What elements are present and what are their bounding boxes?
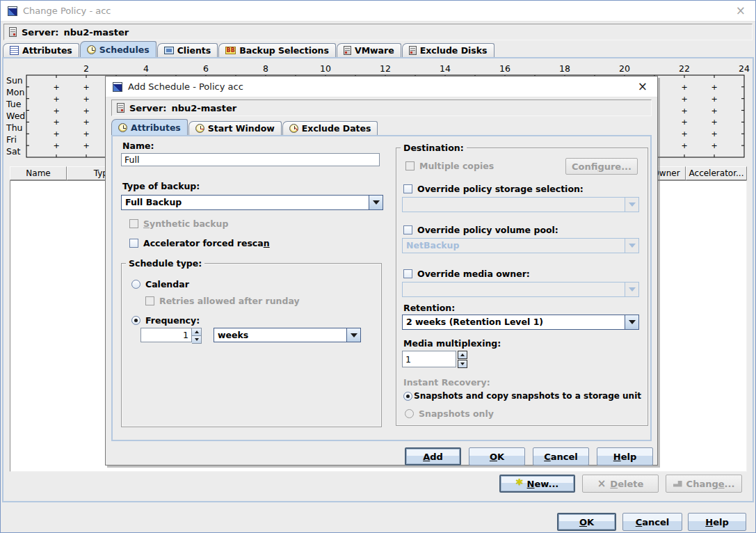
name-input[interactable]	[121, 153, 380, 166]
svg-text:Mon: Mon	[6, 87, 24, 97]
ok-button[interactable]: OK	[557, 513, 616, 531]
change-policy-window: Change Policy - acc × Server: nbu2-maste…	[0, 0, 756, 533]
change-button[interactable]: Change...	[666, 475, 742, 493]
media-multiplexing-spinner[interactable]	[402, 351, 467, 367]
delete-button[interactable]: × Delete	[582, 475, 659, 493]
checkbox-icon	[129, 219, 138, 228]
destination-group: Destination: Multiple copies Configure..…	[396, 148, 648, 426]
svg-text:12: 12	[380, 63, 391, 74]
checkbox-icon	[145, 296, 154, 305]
dialog-ok-button[interactable]: OK	[469, 447, 525, 466]
add-button[interactable]: Add	[405, 447, 461, 466]
override-storage-checkbox[interactable]: Override policy storage selection:	[403, 184, 584, 194]
media-multiplexing-label: Media multiplexing:	[403, 338, 501, 349]
accelerator-forced-rescan-checkbox[interactable]: Accelerator forced rescan	[129, 238, 270, 248]
dialog-titlebar[interactable]: Add Schedule - Policy acc ×	[106, 77, 657, 97]
svg-text:+: +	[711, 106, 717, 116]
svg-text:+: +	[53, 83, 59, 92]
svg-text:+: +	[711, 95, 717, 104]
media-multiplexing-input[interactable]	[402, 351, 456, 367]
cancel-button[interactable]: Cancel	[622, 513, 682, 531]
combo-arrow-icon[interactable]	[346, 328, 360, 342]
checkbox-icon	[403, 269, 412, 278]
help-button[interactable]: Help	[688, 513, 746, 531]
new-star-icon: *	[516, 480, 523, 487]
dialog-tab-start-window[interactable]: Start Window	[188, 121, 282, 135]
dialog-tab-attributes[interactable]: Attributes	[111, 119, 188, 135]
calendar-radio[interactable]: Calendar	[131, 279, 189, 289]
checkbox-icon	[403, 225, 412, 234]
retries-after-runday-checkbox[interactable]: Retries allowed after runday	[145, 296, 300, 306]
spinner-down-icon[interactable]	[192, 336, 202, 344]
retention-label: Retention:	[403, 303, 455, 313]
frequency-value-input[interactable]	[140, 328, 192, 342]
override-volume-pool-checkbox[interactable]: Override policy volume pool:	[403, 225, 558, 235]
dialog-server-icon	[117, 103, 124, 113]
svg-text:Sun: Sun	[6, 75, 23, 86]
window-titlebar[interactable]: Change Policy - acc ×	[1, 1, 755, 22]
checkbox-icon	[403, 184, 412, 193]
column-header-accelerator[interactable]: Accelerator...	[686, 166, 747, 180]
svg-text:+: +	[83, 95, 89, 104]
radio-icon	[131, 316, 140, 325]
configure-button[interactable]: Configure...	[565, 158, 638, 175]
tab-clients[interactable]: Clients	[157, 43, 218, 57]
svg-text:+: +	[53, 95, 59, 104]
close-icon[interactable]: ×	[733, 5, 748, 17]
window-title: Change Policy - acc	[23, 6, 111, 16]
frequency-radio[interactable]: Frequency:	[131, 315, 200, 326]
svg-text:+: +	[711, 118, 717, 127]
dialog-exclude-dates-tab-icon	[289, 124, 298, 133]
multiple-copies-checkbox[interactable]: Multiple copies	[405, 161, 494, 171]
dialog-help-button[interactable]: Help	[597, 447, 653, 466]
schedule-type-title: Schedule type:	[126, 258, 204, 269]
vmware-tab-icon	[344, 46, 351, 55]
exclude-disks-tab-icon	[409, 46, 417, 55]
spinner-down-icon[interactable]	[458, 360, 467, 368]
retention-combo[interactable]: 2 weeks (Retention Level 1)	[402, 315, 639, 330]
svg-text:+: +	[711, 129, 717, 138]
new-button[interactable]: * New...	[499, 475, 575, 493]
tab-exclude-disks[interactable]: Exclude Disks	[402, 43, 494, 57]
tab-vmware[interactable]: VMware	[337, 43, 401, 57]
snapshots-only-radio[interactable]: Snapshots only	[405, 408, 494, 419]
tab-attributes[interactable]: Attributes	[3, 43, 79, 57]
override-media-owner-checkbox[interactable]: Override media owner:	[403, 269, 530, 279]
radio-icon	[131, 280, 140, 289]
svg-text:+: +	[711, 83, 717, 92]
tab-backup-selections[interactable]: BB Backup Selections	[218, 43, 336, 57]
column-header-name[interactable]: Name	[10, 166, 67, 180]
dialog-app-icon	[113, 82, 122, 92]
type-of-backup-label: Type of backup:	[122, 181, 200, 191]
change-stamp-icon	[673, 481, 682, 487]
dialog-close-icon[interactable]: ×	[635, 81, 650, 93]
combo-arrow-icon	[625, 198, 638, 212]
override-storage-combo[interactable]	[402, 197, 639, 212]
radio-icon	[403, 392, 412, 401]
svg-text:+: +	[681, 106, 687, 116]
tab-schedules[interactable]: Schedules	[80, 41, 156, 57]
type-of-backup-combo[interactable]: Full Backup	[121, 195, 383, 210]
snapshots-and-copy-radio[interactable]: Snapshots and copy snapshots to a storag…	[403, 391, 641, 401]
synthetic-backup-checkbox[interactable]: Synthetic backup	[129, 218, 228, 229]
combo-arrow-icon[interactable]	[369, 196, 383, 209]
dialog-tab-exclude-dates[interactable]: Exclude Dates	[282, 121, 378, 135]
override-media-owner-combo[interactable]	[402, 282, 639, 297]
svg-text:+: +	[681, 83, 687, 92]
schedules-tab-icon	[87, 45, 96, 54]
frequency-unit-combo[interactable]: weeks	[214, 328, 361, 342]
svg-text:8: 8	[263, 63, 268, 74]
spinner-up-icon[interactable]	[192, 328, 202, 336]
server-icon	[9, 27, 17, 37]
instant-recovery-label: Instant Recovery:	[403, 377, 490, 388]
schedule-type-group: Schedule type: Calendar Retries allowed …	[121, 263, 382, 427]
svg-text:Fri: Fri	[6, 134, 17, 145]
dialog-cancel-button[interactable]: Cancel	[533, 447, 589, 466]
override-volume-pool-combo[interactable]: NetBackup	[402, 238, 639, 253]
clients-tab-icon	[164, 47, 174, 54]
dialog-tabs: Attributes Start Window Exclude Dates	[111, 119, 378, 135]
spinner-up-icon[interactable]	[458, 351, 467, 359]
checkbox-icon	[405, 161, 415, 170]
combo-arrow-icon[interactable]	[625, 315, 638, 329]
frequency-spinner[interactable]	[140, 328, 202, 342]
